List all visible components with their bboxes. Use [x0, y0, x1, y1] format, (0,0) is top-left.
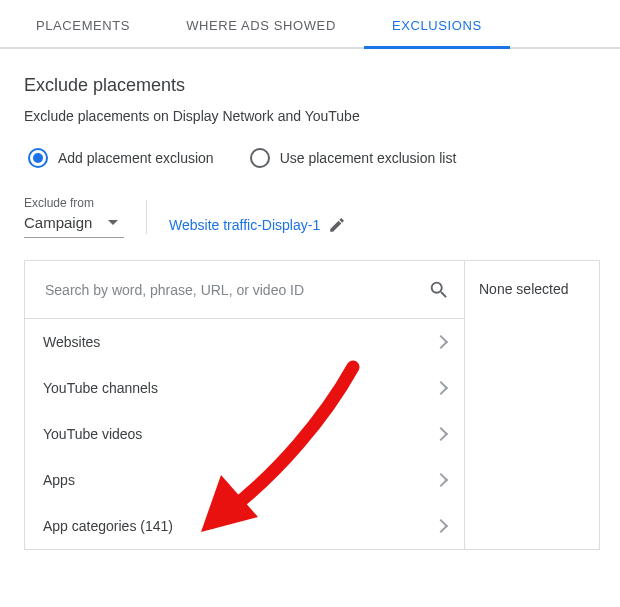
none-selected-label: None selected — [479, 281, 569, 297]
radio-icon-selected — [28, 148, 48, 168]
search-row — [25, 261, 464, 319]
category-label: Websites — [43, 334, 100, 350]
campaign-link[interactable]: Website traffic-Display-1 — [169, 216, 346, 238]
tab-exclusions[interactable]: EXCLUSIONS — [364, 0, 510, 47]
category-apps[interactable]: Apps — [25, 457, 464, 503]
panel-right: None selected — [464, 261, 599, 549]
chevron-right-icon — [434, 381, 448, 395]
content-area: Exclude placements Exclude placements on… — [0, 49, 620, 568]
app-frame: PLACEMENTS WHERE ADS SHOWED EXCLUSIONS E… — [0, 0, 620, 568]
radio-add-placement-exclusion[interactable]: Add placement exclusion — [28, 148, 214, 168]
radio-label: Use placement exclusion list — [280, 150, 457, 166]
chevron-right-icon — [434, 519, 448, 533]
radio-group: Add placement exclusion Use placement ex… — [28, 148, 600, 168]
search-input[interactable] — [43, 281, 428, 299]
category-app-categories[interactable]: App categories (141) — [25, 503, 464, 549]
radio-icon-unselected — [250, 148, 270, 168]
chevron-right-icon — [434, 335, 448, 349]
exclude-from-row: Exclude from Campaign Website traffic-Di… — [24, 196, 600, 238]
exclude-from-block: Exclude from Campaign — [24, 196, 124, 238]
placements-panel: Websites YouTube channels YouTube videos… — [24, 260, 600, 550]
exclude-from-select[interactable]: Campaign — [24, 212, 124, 238]
page-title: Exclude placements — [24, 75, 600, 96]
category-list: Websites YouTube channels YouTube videos… — [25, 319, 464, 549]
chevron-right-icon — [434, 427, 448, 441]
category-youtube-channels[interactable]: YouTube channels — [25, 365, 464, 411]
radio-label: Add placement exclusion — [58, 150, 214, 166]
exclude-from-label: Exclude from — [24, 196, 124, 210]
tab-where-ads-showed[interactable]: WHERE ADS SHOWED — [158, 0, 364, 47]
tab-bar: PLACEMENTS WHERE ADS SHOWED EXCLUSIONS — [0, 0, 620, 49]
campaign-name: Website traffic-Display-1 — [169, 217, 320, 233]
chevron-right-icon — [434, 473, 448, 487]
category-label: YouTube channels — [43, 380, 158, 396]
dropdown-icon — [108, 220, 118, 225]
edit-icon[interactable] — [328, 216, 346, 234]
search-icon[interactable] — [428, 279, 450, 301]
category-youtube-videos[interactable]: YouTube videos — [25, 411, 464, 457]
panel-left: Websites YouTube channels YouTube videos… — [25, 261, 464, 549]
page-subtitle: Exclude placements on Display Network an… — [24, 108, 600, 124]
category-websites[interactable]: Websites — [25, 319, 464, 365]
tab-placements[interactable]: PLACEMENTS — [8, 0, 158, 47]
exclude-from-value: Campaign — [24, 214, 92, 231]
vertical-divider — [146, 200, 147, 234]
category-label: Apps — [43, 472, 75, 488]
category-label: App categories (141) — [43, 518, 173, 534]
category-label: YouTube videos — [43, 426, 142, 442]
radio-use-exclusion-list[interactable]: Use placement exclusion list — [250, 148, 457, 168]
